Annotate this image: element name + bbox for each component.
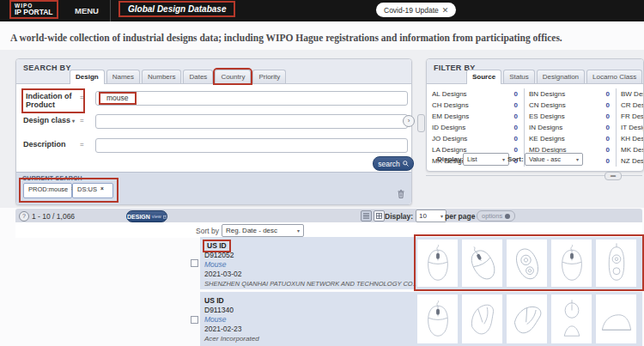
design-thumbnails: [417, 240, 636, 287]
chevron-down-icon: ▾: [72, 118, 75, 124]
filter-display-label: Display:: [437, 155, 464, 163]
result-details: US ID D912052 Mouse 2021-03-02 SHENZHEN …: [204, 239, 430, 288]
filter-item[interactable]: BN Designs0: [524, 88, 610, 100]
operator-equals[interactable]: =: [80, 141, 84, 149]
result-office: US ID: [204, 296, 224, 306]
help-icon[interactable]: ?: [19, 211, 29, 222]
topbar-divider: [110, 0, 111, 21]
sort-row: Sort by Reg. Date - desc▾: [15, 222, 642, 238]
filter-sort-select[interactable]: Value - asc▾: [525, 153, 583, 166]
design-thumbnail[interactable]: [596, 294, 636, 343]
search-button[interactable]: search: [373, 156, 414, 171]
row-checkbox[interactable]: [191, 259, 198, 267]
grid-view-icon[interactable]: [374, 210, 385, 222]
tab-dates[interactable]: Dates: [183, 70, 213, 83]
filter-item[interactable]: CN Designs0: [524, 100, 610, 111]
operator-equals[interactable]: =: [80, 94, 84, 101]
tab-status[interactable]: Status: [503, 70, 535, 83]
results-toolbar: ? 1 - 10 / 1,066 DESIGN view Display: 10…: [15, 209, 642, 222]
design-thumbnail[interactable]: [551, 240, 592, 287]
filter-item[interactable]: AL Designs0: [432, 88, 518, 100]
design-thumbnail[interactable]: [551, 294, 592, 343]
mouse-angled-view-drawing: [465, 298, 501, 341]
covid-update-banner[interactable]: Covid-19 Update ✕: [376, 3, 456, 17]
filter-collapse-handle[interactable]: ▬: [605, 172, 622, 180]
filter-display-select[interactable]: List▾: [463, 153, 509, 166]
design-thumbnail[interactable]: [507, 240, 547, 287]
menu-button[interactable]: MENU: [75, 6, 99, 15]
tab-country[interactable]: Country: [215, 70, 251, 83]
tab-locarno-class[interactable]: Locarno Class: [586, 70, 642, 83]
tab-design[interactable]: Design: [70, 70, 105, 84]
current-search-title: CURRENT SEARCH: [22, 175, 82, 181]
design-thumbnail[interactable]: [507, 294, 547, 343]
design-thumbnail[interactable]: [417, 240, 458, 287]
close-icon[interactable]: ×: [100, 185, 104, 191]
result-title-link[interactable]: Mouse: [204, 315, 259, 325]
design-thumbnail[interactable]: [462, 240, 502, 287]
filter-item[interactable]: FR Designs0: [616, 111, 644, 122]
tab-designation[interactable]: Designation: [537, 70, 585, 83]
row-checkbox[interactable]: [191, 316, 198, 324]
search-by-panel: SEARCH BY Design Names Numbers Dates Cou…: [15, 58, 412, 205]
operator-equals[interactable]: =: [80, 117, 84, 124]
covid-update-label: Covid-19 Update: [384, 6, 439, 15]
filter-item[interactable]: BW Designs0: [616, 88, 644, 100]
design-view-button[interactable]: DESIGN view: [126, 210, 167, 222]
result-row[interactable]: US ID D911340 Mouse 2021-02-23 Acer Inco…: [200, 292, 642, 346]
result-details: US ID D911340 Mouse 2021-02-23 Acer Inco…: [204, 294, 259, 343]
options-button[interactable]: options: [477, 210, 515, 222]
design-thumbnail[interactable]: [417, 294, 458, 343]
filter-tabs: Source Status Designation Locarno Class …: [466, 69, 644, 83]
filter-item[interactable]: KH Designs0: [616, 133, 644, 144]
indication-of-product-input[interactable]: mouse: [95, 91, 408, 106]
design-thumbnail[interactable]: [596, 240, 636, 287]
tab-names[interactable]: Names: [106, 70, 140, 83]
design-thumbnails: [417, 294, 636, 343]
per-page-label: per page: [445, 212, 475, 221]
trash-icon[interactable]: [398, 186, 404, 202]
filter-chip-prod-mouse[interactable]: PROD:mouse ×: [23, 183, 72, 198]
tab-priority[interactable]: Priority: [252, 70, 286, 83]
external-link-icon: [163, 215, 167, 219]
search-by-title: SEARCH BY: [23, 64, 71, 72]
chevron-down-icon: ▾: [440, 213, 443, 219]
result-row[interactable]: US ID D912052 Mouse 2021-03-02 SHENZHEN …: [200, 237, 642, 289]
filter-chip-ds-us[interactable]: DS:US ×: [72, 183, 113, 198]
filter-item[interactable]: CR Designs0: [616, 100, 644, 111]
filter-controls: Display: List▾ Sort: Value - asc▾: [427, 152, 643, 166]
filter-item[interactable]: ID Designs0: [432, 122, 518, 133]
tab-source[interactable]: Source: [466, 70, 501, 84]
design-thumbnail[interactable]: [462, 294, 502, 343]
close-icon[interactable]: ✕: [442, 6, 449, 15]
site-tagline: A world-wide collection of industrial de…: [10, 33, 629, 43]
result-date: 2021-02-23: [204, 325, 259, 334]
filter-item[interactable]: IT Designs0: [616, 122, 644, 133]
indication-of-product-value: mouse: [100, 94, 135, 103]
filter-item[interactable]: CH Designs0: [432, 100, 518, 111]
magnifier-icon: [403, 161, 409, 167]
current-search-section: CURRENT SEARCH PROD:mouse × DS:US ×: [16, 172, 411, 204]
design-class-input[interactable]: [95, 114, 408, 129]
page-size-select[interactable]: 10▾: [416, 209, 447, 222]
filter-item[interactable]: KE Designs0: [524, 133, 610, 144]
tab-numbers[interactable]: Numbers: [142, 70, 181, 83]
filter-item[interactable]: EM Designs0: [432, 111, 518, 122]
result-office: US ID: [204, 241, 229, 251]
chevron-down-icon: ▾: [502, 156, 505, 162]
filter-item[interactable]: JO Designs0: [432, 133, 518, 144]
description-label: Description: [23, 140, 78, 149]
filter-item[interactable]: IN Designs0: [524, 122, 610, 133]
list-view-icon[interactable]: [361, 210, 372, 222]
design-class-expand-button[interactable]: ›: [403, 115, 415, 127]
view-toggle: [361, 210, 385, 222]
result-date: 2021-03-02: [204, 270, 430, 279]
mouse-side-view-drawing: [598, 298, 635, 341]
panel-splitter-handle[interactable]: [417, 114, 425, 132]
sort-by-select[interactable]: Reg. Date - desc▾: [222, 224, 304, 237]
chevron-down-icon: ▾: [576, 156, 579, 162]
filter-item[interactable]: ES Designs0: [524, 111, 610, 122]
result-title-link[interactable]: Mouse: [204, 260, 430, 270]
wipo-ip-portal-logo[interactable]: WIPO IP PORTAL: [11, 2, 57, 17]
description-input[interactable]: [95, 138, 408, 153]
